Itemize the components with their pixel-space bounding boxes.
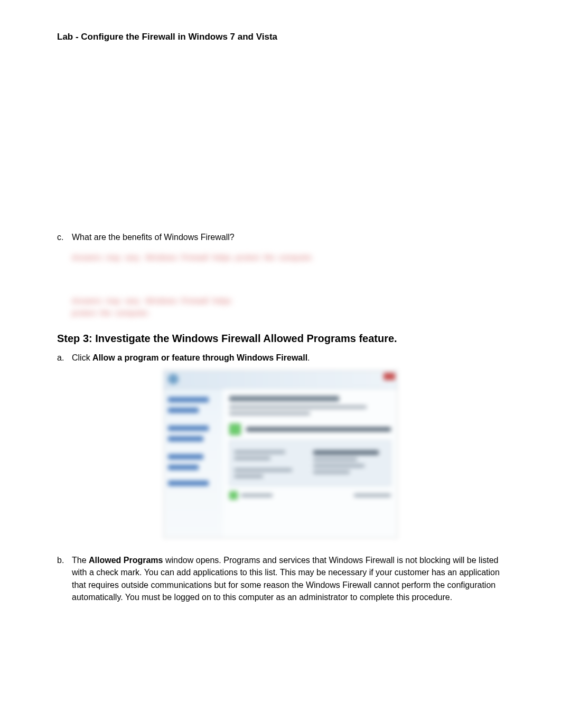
- screenshot-text: [234, 468, 292, 472]
- screenshot-status-text: [246, 427, 391, 431]
- item-a-suffix: .: [307, 353, 310, 362]
- shield-icon: [229, 423, 241, 435]
- screenshot-text: [234, 450, 285, 454]
- item-a-prefix: Click: [72, 353, 92, 362]
- screenshot-text: [313, 458, 357, 461]
- close-icon: [384, 373, 395, 380]
- sidebar-link: [168, 397, 209, 402]
- item-b-bold: Allowed Programs: [89, 556, 163, 565]
- list-marker-b: b.: [57, 554, 72, 603]
- screenshot-text: [354, 494, 391, 497]
- shield-icon: [229, 491, 238, 500]
- sidebar-link: [168, 426, 209, 431]
- list-item-c: c. What are the benefits of Windows Fire…: [57, 233, 504, 242]
- sidebar-link: [168, 465, 199, 470]
- list-text-a: Click Allow a program or feature through…: [72, 353, 504, 363]
- item-b-prefix: The: [72, 556, 89, 565]
- answer-placeholder-c: Answers may vary. Windows Firewall helps…: [72, 252, 504, 263]
- list-item-b: b. The Allowed Programs window opens. Pr…: [57, 554, 504, 603]
- back-icon: [168, 374, 179, 384]
- list-item-a: a. Click Allow a program or feature thro…: [57, 353, 504, 363]
- sidebar-link: [168, 454, 203, 459]
- list-marker-a: a.: [57, 353, 72, 363]
- sidebar-link: [168, 481, 209, 486]
- item-a-bold: Allow a program or feature through Windo…: [92, 353, 307, 362]
- screenshot-text: [313, 464, 364, 467]
- sidebar-link: [168, 408, 199, 413]
- screenshot-text: [229, 412, 310, 415]
- step3-heading: Step 3: Investigate the Windows Firewall…: [57, 333, 504, 345]
- screenshot-text: [313, 450, 379, 455]
- list-marker-c: c.: [57, 233, 72, 242]
- list-text-c: What are the benefits of Windows Firewal…: [72, 233, 504, 242]
- screenshot-status-row: [229, 423, 391, 435]
- screenshot-text: [229, 406, 367, 409]
- screenshot-text: [313, 471, 350, 474]
- screenshot-titlebar: [164, 371, 397, 389]
- sidebar-link: [168, 436, 203, 441]
- screenshot-text: [234, 457, 270, 460]
- screenshot-sidebar: [164, 389, 223, 538]
- screenshot-main: [223, 389, 397, 538]
- screenshot-text: [234, 475, 263, 478]
- windows-firewall-screenshot: [163, 370, 398, 538]
- answer-placeholder-c-extra: Answers may vary. Windows Firewall helps…: [72, 295, 241, 319]
- screenshot-panel: [229, 440, 391, 486]
- page-header-title: Lab - Configure the Firewall in Windows …: [57, 32, 504, 42]
- list-text-b: The Allowed Programs window opens. Progr…: [72, 554, 504, 603]
- screenshot-text: [241, 494, 273, 497]
- screenshot-container: [57, 370, 504, 538]
- screenshot-heading: [229, 396, 339, 401]
